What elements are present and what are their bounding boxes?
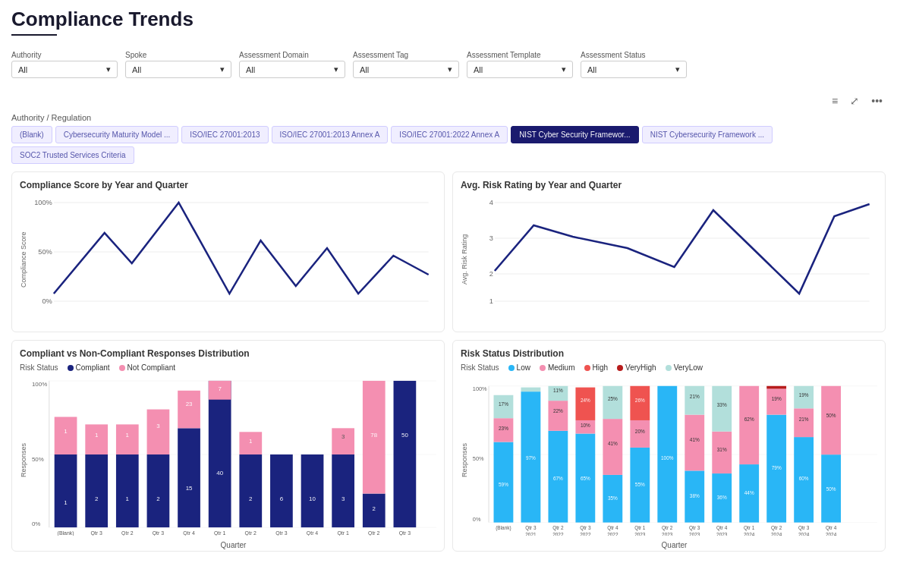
- authority-tab-nist_csf[interactable]: NIST Cyber Security Framewor...: [511, 126, 639, 143]
- top-charts-row: Compliance Score by Year and Quarter Com…: [11, 171, 886, 332]
- svg-text:100%: 100%: [473, 385, 487, 392]
- svg-text:2024: 2024: [798, 532, 810, 536]
- svg-text:1: 1: [64, 499, 68, 506]
- chevron-down-icon: ▾: [220, 64, 225, 74]
- authority-tab-soc2[interactable]: SOC2 Trusted Services Criteria: [11, 146, 134, 164]
- svg-text:(Blank): (Blank): [58, 530, 74, 536]
- svg-rect-86: [332, 454, 354, 527]
- high-label: High: [593, 363, 609, 372]
- legend-verylow: VeryLow: [666, 363, 703, 372]
- chevron-down-icon: ▾: [675, 64, 680, 74]
- svg-text:33%: 33%: [717, 402, 727, 407]
- filter-spoke-value: All: [132, 65, 141, 74]
- svg-text:Qtr 3: Qtr 3: [580, 525, 591, 531]
- svg-text:2: 2: [156, 495, 159, 502]
- svg-text:Qtr 3: Qtr 3: [689, 525, 700, 531]
- filter-authority-select[interactable]: All ▾: [11, 61, 118, 78]
- filter-template-select[interactable]: All ▾: [467, 61, 573, 78]
- svg-rect-66: [209, 381, 231, 527]
- authority-tab-blank[interactable]: (Blank): [11, 126, 52, 143]
- svg-text:22%: 22%: [553, 408, 563, 413]
- svg-text:Qtr 3: Qtr 3: [525, 525, 537, 531]
- low-color: [508, 365, 515, 371]
- svg-text:2024: 2024: [826, 532, 837, 536]
- filter-template-label: Assessment Template: [467, 51, 573, 59]
- svg-text:1: 1: [64, 428, 68, 435]
- svg-text:24%: 24%: [581, 398, 590, 403]
- filter-spoke-select[interactable]: All ▾: [125, 61, 231, 78]
- authority-tab-iso27001_2022[interactable]: ISO/IEC 27001:2022 Annex A: [391, 126, 508, 143]
- compliant-label: Compliant: [76, 363, 110, 372]
- svg-text:38%: 38%: [690, 493, 700, 498]
- svg-text:Jul 2022: Jul 2022: [194, 307, 219, 309]
- authority-tabs: (Blank)Cybersecurity Maturity Model ...I…: [11, 126, 886, 164]
- svg-text:Jan 2021: Jan 2021: [41, 307, 67, 309]
- filter-authority: Authority All ▾: [11, 51, 118, 78]
- avg-risk-title: Avg. Risk Rating by Year and Quarter: [461, 180, 877, 190]
- filter-tag: Assessment Tag All ▾: [353, 51, 459, 78]
- filter-status-value: All: [587, 65, 596, 74]
- svg-text:Jul 2021: Jul 2021: [483, 307, 507, 309]
- high-color: [584, 365, 590, 371]
- svg-rect-174: [739, 386, 759, 464]
- svg-text:41%: 41%: [608, 441, 618, 446]
- authority-tab-csm[interactable]: Cybersecurity Maturity Model ...: [55, 126, 179, 143]
- svg-rect-36: [55, 454, 77, 527]
- svg-text:Jul 2024: Jul 2024: [850, 307, 874, 309]
- svg-text:10: 10: [309, 495, 316, 502]
- filter-tag-value: All: [360, 65, 369, 74]
- svg-text:19%: 19%: [772, 396, 782, 401]
- svg-rect-42: [85, 454, 108, 527]
- svg-text:59%: 59%: [499, 482, 508, 487]
- svg-rect-117: [521, 388, 540, 392]
- avg-risk-svg: 4 3 2 1 Jul 2021 Jan 2022 Jul 2022 Jan 2…: [471, 195, 877, 309]
- svg-text:3: 3: [341, 495, 345, 502]
- svg-text:Qtr 2: Qtr 2: [552, 525, 564, 531]
- svg-text:Qtr 3: Qtr 3: [399, 530, 411, 536]
- authority-label: Authority / Regulation: [11, 113, 886, 122]
- svg-text:20%: 20%: [635, 429, 645, 434]
- svg-text:Jul 2021: Jul 2021: [93, 307, 117, 309]
- authority-tab-nist_csf2[interactable]: NIST Cybersecurity Framework ...: [642, 126, 773, 143]
- veryhigh-color: [617, 365, 623, 371]
- svg-text:Qtr 1: Qtr 1: [337, 530, 349, 536]
- svg-text:Qtr 4: Qtr 4: [826, 525, 837, 531]
- svg-text:2022: 2022: [607, 532, 618, 536]
- chevron-down-icon: ▾: [562, 64, 566, 74]
- svg-rect-60: [178, 428, 200, 527]
- authority-tab-iso27001_annexa[interactable]: ISO/IEC 27001:2013 Annex A: [272, 126, 389, 143]
- compliant-x-label: Quarter: [30, 541, 436, 549]
- svg-text:Jan 2023: Jan 2023: [248, 307, 274, 309]
- avg-risk-chart: Avg. Risk Rating by Year and Quarter Avg…: [452, 171, 886, 332]
- svg-text:2023: 2023: [662, 532, 673, 536]
- svg-text:Jul 2024: Jul 2024: [409, 307, 433, 309]
- risk-status-label: Risk Status: [461, 363, 499, 372]
- svg-rect-166: [712, 432, 732, 473]
- svg-text:2: 2: [95, 495, 98, 502]
- svg-rect-43: [85, 424, 108, 454]
- svg-text:36%: 36%: [717, 495, 727, 500]
- svg-text:50%: 50%: [826, 486, 836, 492]
- filter-icon[interactable]: ≡: [829, 93, 841, 108]
- svg-text:Jan 2022: Jan 2022: [143, 307, 168, 309]
- risk-status-y-label: Responses: [461, 376, 468, 543]
- filter-domain-select[interactable]: All ▾: [239, 61, 345, 78]
- risk-status-label-compliant: Risk Status: [20, 363, 58, 372]
- authority-tab-iso27001[interactable]: ISO/IEC 27001:2013: [181, 126, 268, 143]
- filter-authority-value: All: [18, 65, 27, 74]
- svg-text:3: 3: [489, 234, 493, 242]
- svg-text:Qtr 2: Qtr 2: [245, 530, 257, 536]
- svg-text:2: 2: [249, 495, 252, 502]
- svg-text:Jul 2022: Jul 2022: [608, 307, 632, 309]
- filter-domain-label: Assessment Domain: [239, 51, 345, 59]
- expand-icon[interactable]: ⤢: [847, 93, 862, 108]
- svg-rect-167: [712, 386, 732, 432]
- svg-text:Jul 2023: Jul 2023: [300, 307, 324, 309]
- compliance-score-chart: Compliance Score by Year and Quarter Com…: [11, 171, 445, 332]
- svg-text:40: 40: [216, 470, 223, 476]
- more-icon[interactable]: •••: [868, 93, 886, 108]
- svg-text:Qtr 1: Qtr 1: [634, 525, 646, 531]
- filter-tag-select[interactable]: All ▾: [353, 61, 459, 78]
- filter-status-select[interactable]: All ▾: [581, 61, 687, 78]
- svg-text:100%: 100%: [32, 381, 47, 388]
